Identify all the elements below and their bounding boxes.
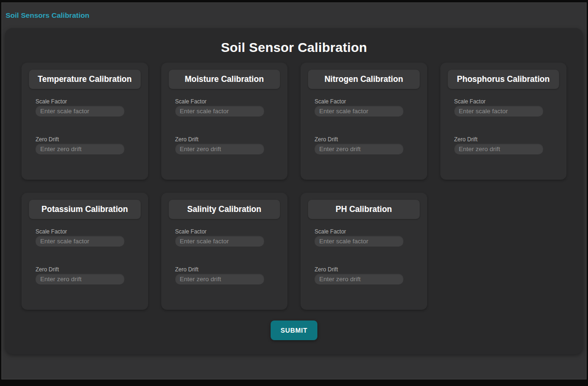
zero-drift-field: Zero Drift: [315, 136, 413, 154]
scale-factor-input[interactable]: [454, 106, 543, 117]
scale-factor-input[interactable]: [36, 236, 124, 247]
submit-button[interactable]: SUBMIT: [271, 320, 317, 340]
card-salinity-calibration: Salinity Calibration Scale Factor Zero D…: [161, 193, 288, 310]
scale-factor-label: Scale Factor: [315, 228, 413, 235]
zero-drift-field: Zero Drift: [36, 266, 134, 284]
zero-drift-label: Zero Drift: [36, 266, 134, 273]
card-form: Scale Factor Zero Drift: [308, 98, 420, 154]
zero-drift-label: Zero Drift: [315, 136, 413, 143]
card-title: Potassium Calibration: [29, 200, 141, 219]
card-ph-calibration: PH Calibration Scale Factor Zero Drift: [301, 193, 427, 310]
card-form: Scale Factor Zero Drift: [169, 228, 280, 284]
card-form: Scale Factor Zero Drift: [448, 98, 559, 154]
scale-factor-label: Scale Factor: [454, 98, 553, 105]
card-phosphorus-calibration: Phosphorus Calibration Scale Factor Zero…: [440, 63, 567, 180]
zero-drift-label: Zero Drift: [454, 136, 553, 143]
scale-factor-input[interactable]: [315, 236, 403, 247]
card-title: PH Calibration: [308, 200, 420, 219]
zero-drift-label: Zero Drift: [175, 136, 274, 143]
scale-factor-field: Scale Factor: [36, 98, 134, 117]
scale-factor-label: Scale Factor: [36, 228, 134, 235]
app-title: Soil Sensors Calibration: [6, 11, 89, 20]
scale-factor-field: Scale Factor: [175, 98, 274, 117]
scale-factor-input[interactable]: [175, 106, 264, 117]
scale-factor-label: Scale Factor: [315, 98, 413, 105]
scale-factor-label: Scale Factor: [175, 98, 274, 105]
zero-drift-input[interactable]: [36, 144, 124, 154]
app-window: Soil Sensors Calibration Soil Sensor Cal…: [1, 2, 587, 379]
zero-drift-field: Zero Drift: [454, 136, 553, 154]
app-header: Soil Sensors Calibration: [2, 3, 586, 28]
zero-drift-input[interactable]: [454, 144, 543, 154]
zero-drift-input[interactable]: [36, 274, 124, 284]
zero-drift-field: Zero Drift: [175, 266, 274, 284]
zero-drift-label: Zero Drift: [175, 266, 274, 273]
card-form: Scale Factor Zero Drift: [29, 98, 141, 154]
scale-factor-field: Scale Factor: [175, 228, 274, 247]
zero-drift-label: Zero Drift: [36, 136, 134, 143]
zero-drift-field: Zero Drift: [175, 136, 274, 154]
scale-factor-field: Scale Factor: [315, 228, 413, 247]
card-title: Nitrogen Calibration: [308, 70, 420, 89]
zero-drift-label: Zero Drift: [315, 266, 413, 273]
card-form: Scale Factor Zero Drift: [308, 228, 420, 284]
calibration-panel: Soil Sensor Calibration Temperature Cali…: [5, 28, 583, 354]
scale-factor-label: Scale Factor: [36, 98, 134, 105]
scale-factor-field: Scale Factor: [36, 228, 134, 247]
scale-factor-field: Scale Factor: [454, 98, 553, 117]
scale-factor-input[interactable]: [175, 236, 264, 247]
scale-factor-input[interactable]: [36, 106, 124, 117]
scale-factor-label: Scale Factor: [175, 228, 274, 235]
submit-row: SUBMIT: [5, 320, 583, 340]
zero-drift-input[interactable]: [175, 274, 264, 284]
card-title: Phosphorus Calibration: [448, 70, 559, 89]
card-title: Moisture Calibration: [169, 70, 280, 89]
zero-drift-input[interactable]: [315, 274, 403, 284]
card-temperature-calibration: Temperature Calibration Scale Factor Zer…: [22, 63, 148, 180]
card-potassium-calibration: Potassium Calibration Scale Factor Zero …: [22, 193, 148, 310]
scale-factor-field: Scale Factor: [315, 98, 413, 117]
card-form: Scale Factor Zero Drift: [169, 98, 280, 154]
scale-factor-input[interactable]: [315, 106, 403, 117]
zero-drift-field: Zero Drift: [315, 266, 413, 284]
cards-grid: Temperature Calibration Scale Factor Zer…: [22, 63, 566, 310]
card-title: Temperature Calibration: [29, 70, 141, 89]
card-nitrogen-calibration: Nitrogen Calibration Scale Factor Zero D…: [301, 63, 427, 180]
card-form: Scale Factor Zero Drift: [29, 228, 141, 284]
zero-drift-input[interactable]: [315, 144, 403, 154]
page-title: Soil Sensor Calibration: [5, 40, 583, 55]
zero-drift-field: Zero Drift: [36, 136, 134, 154]
zero-drift-input[interactable]: [175, 144, 264, 154]
card-moisture-calibration: Moisture Calibration Scale Factor Zero D…: [161, 63, 288, 180]
card-title: Salinity Calibration: [169, 200, 280, 219]
